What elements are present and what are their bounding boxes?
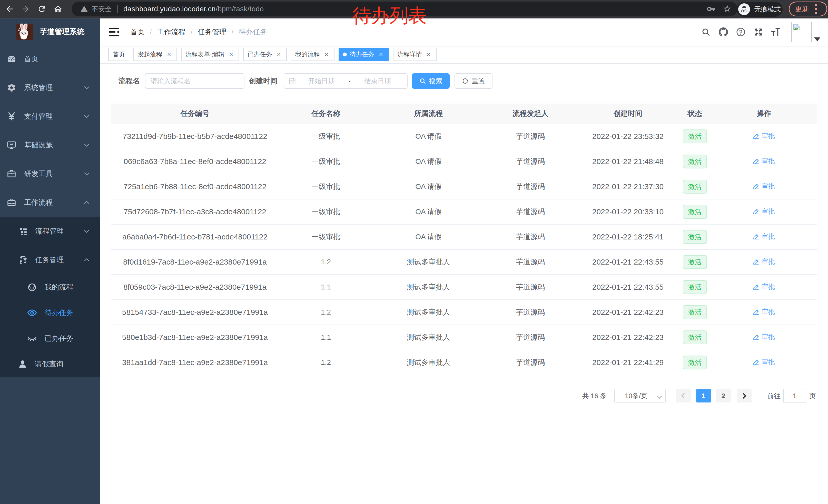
approve-link[interactable]: 审批 <box>753 232 775 241</box>
table-header-row: 任务编号任务名称所属流程流程发起人创建时间状态操作 <box>111 103 817 124</box>
tag-发起流程[interactable]: 发起流程× <box>133 48 177 61</box>
key-icon[interactable] <box>707 5 715 13</box>
approve-link[interactable]: 审批 <box>753 257 775 266</box>
close-icon[interactable]: × <box>323 51 330 58</box>
approve-link[interactable]: 审批 <box>753 182 775 191</box>
fullscreen-icon[interactable] <box>754 28 763 37</box>
sidebar-item-研发工具[interactable]: 研发工具 <box>0 159 100 188</box>
search-button[interactable]: 搜索 <box>412 73 450 89</box>
tree-list-icon <box>18 226 29 236</box>
sidebar-item-待办任务[interactable]: 待办任务 <box>0 300 100 326</box>
sidebar-item-任务管理[interactable]: 任务管理 <box>0 245 100 274</box>
tag-label: 发起流程 <box>138 50 162 58</box>
approve-link[interactable]: 审批 <box>753 207 775 216</box>
forward-arrow-icon[interactable] <box>20 3 32 15</box>
cell-starter: 芋道源码 <box>484 156 577 166</box>
approve-link[interactable]: 审批 <box>753 307 775 316</box>
back-arrow-icon[interactable] <box>4 3 15 15</box>
breadcrumb-item-工作流程[interactable]: 工作流程 <box>157 27 185 37</box>
active-dot <box>343 53 347 56</box>
cell-created: 2022-01-21 22:43:55 <box>577 283 679 291</box>
toolbox-icon <box>6 169 17 179</box>
bookmark-star-icon[interactable] <box>722 4 732 13</box>
close-icon[interactable]: × <box>227 51 235 58</box>
sidebar-item-已办任务[interactable]: 已办任务 <box>0 326 100 351</box>
tag-label: 已办任务 <box>248 50 272 58</box>
avatar[interactable] <box>791 22 812 42</box>
cell-action: 审批 <box>710 358 817 367</box>
tag-流程详情[interactable]: 流程详情× <box>393 48 437 61</box>
reset-button[interactable]: 重置 <box>455 73 493 89</box>
tag-首页[interactable]: 首页 <box>108 48 129 61</box>
user-icon <box>17 359 28 369</box>
face-icon <box>27 282 37 292</box>
prev-page-button[interactable] <box>676 389 691 403</box>
edit-pen-icon <box>753 334 759 340</box>
home-icon[interactable] <box>52 3 64 15</box>
caret-down-icon[interactable] <box>814 37 820 41</box>
logo[interactable]: 芋道管理系统 <box>0 18 100 45</box>
sidebar-item-基础设施[interactable]: 基础设施 <box>0 131 100 159</box>
approve-link[interactable]: 审批 <box>753 358 775 367</box>
hamburger-icon[interactable] <box>109 28 119 36</box>
search-icon[interactable] <box>701 28 710 37</box>
update-button[interactable]: 更新 <box>789 2 827 16</box>
breadcrumb-item-首页[interactable]: 首页 <box>130 27 145 37</box>
status-badge: 激活 <box>683 280 707 294</box>
date-range-picker[interactable]: 开始日期 - 结束日期 <box>284 73 408 89</box>
chevron-down-icon <box>83 141 91 149</box>
close-icon[interactable]: × <box>165 51 173 58</box>
sidebar-item-请假查询[interactable]: 请假查询 <box>0 351 100 377</box>
tag-我的流程[interactable]: 我的流程× <box>291 48 334 61</box>
edit-pen-icon <box>753 158 759 165</box>
tags-view: 首页发起流程×流程表单-编辑×已办任务×我的流程×待办任务×流程详情× <box>100 46 828 63</box>
table-row: 58154733-7ac8-11ec-a9e2-a2380e71991a1.2测… <box>111 300 817 325</box>
cell-created: 2022-01-22 21:48:48 <box>577 157 679 166</box>
github-icon[interactable] <box>719 28 728 37</box>
sidebar-item-label: 支付管理 <box>24 111 53 121</box>
page-button-1[interactable]: 1 <box>696 389 711 403</box>
sidebar-item-label: 请假查询 <box>35 359 64 369</box>
reload-icon[interactable] <box>36 3 48 15</box>
sidebar-item-工作流程[interactable]: 工作流程 <box>0 188 100 217</box>
cell-task-id: 58154733-7ac8-11ec-a9e2-a2380e71991a <box>111 308 279 317</box>
menu-dots-icon[interactable] <box>815 4 817 14</box>
help-icon[interactable] <box>736 28 745 37</box>
process-name-input[interactable] <box>145 73 244 89</box>
table-row: 73211d9d-7b9b-11ec-b5b7-acde48001122一级审批… <box>111 124 817 149</box>
breadcrumb-item-任务管理[interactable]: 任务管理 <box>198 27 226 37</box>
text-size-icon[interactable] <box>771 28 780 37</box>
tag-已办任务[interactable]: 已办任务× <box>243 48 287 61</box>
tag-待办任务[interactable]: 待办任务× <box>339 48 389 61</box>
approve-link[interactable]: 审批 <box>753 132 775 140</box>
goto-page-input[interactable] <box>783 388 806 403</box>
sidebar-item-流程管理[interactable]: 流程管理 <box>0 217 100 245</box>
cell-action: 审批 <box>710 307 817 317</box>
sidebar-item-支付管理[interactable]: 支付管理 <box>0 102 100 131</box>
sidebar-item-label: 待办任务 <box>45 308 73 318</box>
column-header-操作: 操作 <box>710 109 817 119</box>
page-button-2[interactable]: 2 <box>716 389 731 403</box>
tag-流程表单-编辑[interactable]: 流程表单-编辑× <box>181 48 239 61</box>
sidebar-item-label: 已办任务 <box>45 333 73 343</box>
incognito-icon <box>738 3 750 15</box>
sidebar-item-首页[interactable]: 首页 <box>0 45 100 73</box>
tag-label: 首页 <box>113 50 125 58</box>
sidebar-item-我的流程[interactable]: 我的流程 <box>0 274 100 300</box>
cell-task-id: 069c6a63-7b8a-11ec-8ef0-acde48001122 <box>111 157 279 166</box>
page-size-select[interactable]: 10条/页 <box>614 388 666 403</box>
sidebar-item-系统管理[interactable]: 系统管理 <box>0 73 100 102</box>
next-page-button[interactable] <box>737 389 752 403</box>
close-icon[interactable]: × <box>425 51 432 58</box>
search-icon <box>419 78 426 84</box>
close-icon[interactable]: × <box>275 51 282 58</box>
status-badge: 激活 <box>683 230 707 244</box>
cell-task-id: 580e1b3d-7ac8-11ec-a9e2-a2380e71991a <box>111 333 279 342</box>
approve-link[interactable]: 审批 <box>753 332 775 341</box>
approve-link[interactable]: 审批 <box>753 282 775 291</box>
annotation-overlay: 待办列表 <box>353 4 426 27</box>
cell-status: 激活 <box>679 280 710 294</box>
approve-link[interactable]: 审批 <box>753 156 775 166</box>
cell-action: 审批 <box>710 232 817 242</box>
close-icon[interactable]: × <box>377 51 384 58</box>
